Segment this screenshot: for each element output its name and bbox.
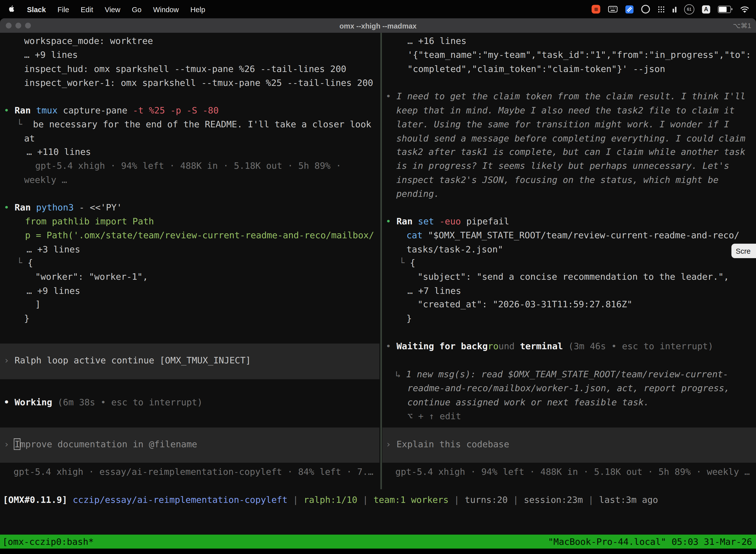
terminal-rows-layer: workspace_mode: worktree… +9 linesinspec… bbox=[0, 0, 756, 554]
terminal-row: › Ralph loop active continue [OMX_TMUX_I… bbox=[4, 354, 251, 367]
terminal-row: workspace_mode: worktree bbox=[24, 34, 153, 48]
terminal-row: should send a message before completing … bbox=[396, 132, 745, 145]
terminal-row: p = Path('.omx/state/team/review-current… bbox=[25, 229, 374, 242]
terminal-row: is in progress? It seems likely but perh… bbox=[396, 159, 729, 172]
terminal-row: ⌥ + ↑ edit bbox=[407, 409, 461, 423]
screenshot-tooltip[interactable]: Scre bbox=[732, 244, 756, 258]
terminal-row: └ { bbox=[17, 256, 33, 270]
terminal-row: … +7 lines bbox=[407, 284, 461, 297]
terminal-row: task2 after task1 is complete, but can I… bbox=[396, 145, 745, 159]
terminal-row: • Working (6m 38s • esc to interrupt) bbox=[4, 396, 203, 409]
terminal-row: ] bbox=[35, 297, 41, 311]
terminal-row: … +3 lines bbox=[26, 243, 80, 256]
screenshot-tooltip-label: Scre bbox=[736, 247, 751, 255]
terminal-row: • I need to get the claim token from the… bbox=[386, 90, 746, 103]
terminal-row: gpt-5.4 xhigh · 94% left · 488K in · 5.1… bbox=[35, 159, 341, 172]
terminal-row: '{"team_name":"my-team","task_id":"1","f… bbox=[407, 48, 751, 62]
terminal-row: later. Using the same for transition mig… bbox=[396, 118, 729, 131]
terminal-row: • Waiting for background terminal (3m 46… bbox=[386, 340, 713, 353]
terminal-row: … +16 lines bbox=[407, 34, 466, 48]
desktop: Slack File Edit View Go Window Help bbox=[0, 0, 756, 554]
terminal-row: pending. bbox=[396, 187, 439, 201]
terminal-row: └ { bbox=[399, 256, 416, 270]
terminal-row: └ be necessary for the end of the README… bbox=[17, 118, 371, 131]
terminal-row: … +9 lines bbox=[26, 284, 80, 297]
terminal-row: • Ran set -euo pipefail bbox=[386, 215, 509, 228]
terminal-row: … +110 lines bbox=[26, 145, 91, 159]
terminal-row: at bbox=[24, 132, 35, 145]
terminal-row: … +9 lines bbox=[24, 48, 78, 62]
terminal-row: "subject": "send a concise recommendatio… bbox=[418, 270, 729, 284]
terminal-row: • Ran python3 - <<'PY' bbox=[4, 201, 122, 214]
terminal-row: "created_at": "2026-03-31T11:59:27.816Z" bbox=[418, 297, 632, 311]
terminal-row: › Explain this codebase bbox=[386, 438, 509, 451]
terminal-row: continue assigned work or next feasible … bbox=[407, 396, 649, 409]
terminal-row: keep that in mind. Maybe I also need the… bbox=[396, 104, 735, 117]
tmux-session-label[interactable]: [omx-cczip0:bash* bbox=[0, 537, 94, 547]
tmux-host-clock: "MacBook-Pro-44.local" 05:03 31-Mar-26 bbox=[548, 537, 756, 547]
terminal-row: "completed","claim_token":"claim-token"}… bbox=[407, 62, 665, 76]
terminal-row: from pathlib import Path bbox=[25, 215, 154, 228]
terminal-row: inspect_hud: omx sparkshell --tmux-pane … bbox=[24, 62, 346, 76]
terminal-row: ↳ 1 new msg(s): read $OMX_TEAM_STATE_ROO… bbox=[395, 368, 728, 381]
terminal-row: gpt-5.4 xhigh · 94% left · 488K in · 5.1… bbox=[395, 465, 750, 479]
terminal-row: tasks/task-2.json" bbox=[406, 243, 503, 256]
terminal-row: readme-and-reco/mailbox/worker-1.json, a… bbox=[407, 382, 730, 395]
terminal-row: inspect task2's JSON, focusing on the st… bbox=[396, 173, 718, 187]
terminal-row: gpt-5.4 xhigh · essay/ai-reimplementatio… bbox=[13, 465, 373, 479]
terminal-row: cat "$OMX_TEAM_STATE_ROOT/team/review-cu… bbox=[406, 229, 739, 242]
tmux-bar: [omx-cczip0:bash* "MacBook-Pro-44.local"… bbox=[0, 535, 756, 549]
terminal-row: "worker": "worker-1", bbox=[35, 270, 148, 284]
terminal-row: • Ran tmux capture-pane -t %25 -p -S -80 bbox=[4, 104, 219, 117]
terminal-row: } bbox=[24, 312, 29, 325]
omx-status-line: [OMX#0.11.9] cczip/essay/ai-reimplementa… bbox=[3, 493, 658, 507]
terminal-row: } bbox=[406, 312, 412, 325]
terminal-row: › Improve documentation in @filename bbox=[4, 438, 197, 451]
terminal-row: inspect_worker-1: omx sparkshell --tmux-… bbox=[24, 76, 373, 90]
terminal-row: weekly … bbox=[24, 173, 67, 187]
